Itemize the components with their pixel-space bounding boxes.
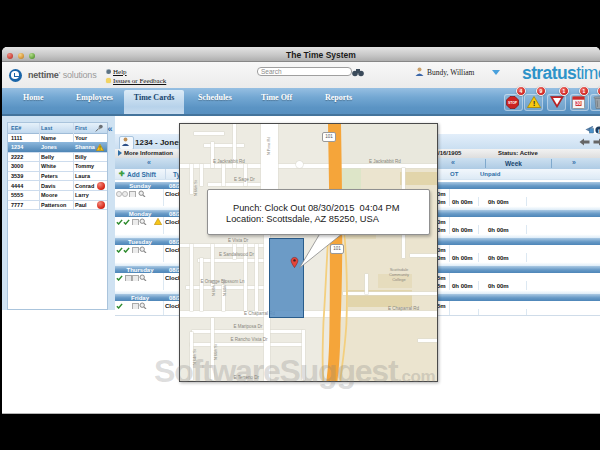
svg-text:STOP: STOP xyxy=(508,101,518,105)
svg-text:!: ! xyxy=(99,145,101,151)
svg-text:!: ! xyxy=(533,99,536,108)
svg-text:30: 30 xyxy=(576,101,582,106)
